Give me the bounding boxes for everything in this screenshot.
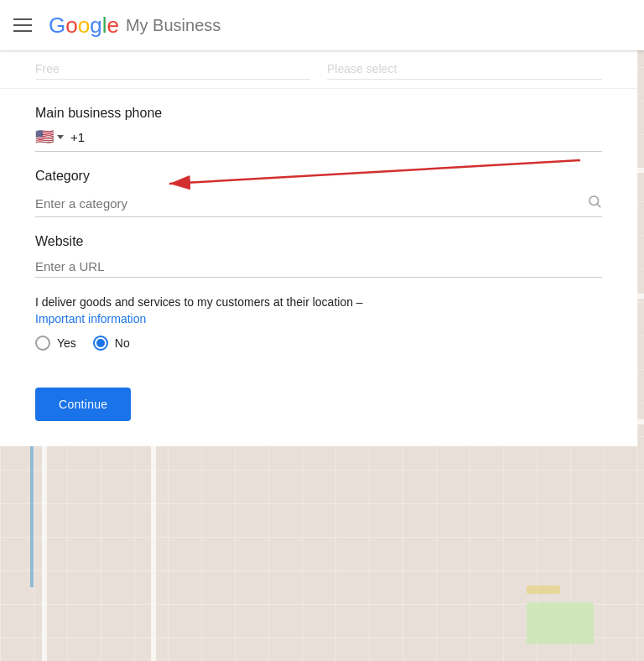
website-label: Website	[35, 234, 602, 249]
radio-yes-option[interactable]: Yes	[35, 336, 76, 351]
delivery-text: I deliver goods and services to my custo…	[35, 294, 602, 327]
category-input-row	[35, 190, 602, 217]
category-section: Category	[35, 169, 602, 217]
radio-no-option[interactable]: No	[93, 336, 130, 351]
main-panel: Free Please select Main business phone 🇺…	[0, 50, 637, 446]
phone-label: Main business phone	[35, 106, 602, 121]
svg-line-3	[597, 204, 600, 206]
category-label: Category	[35, 169, 602, 184]
important-info-link[interactable]: Important information	[35, 312, 146, 325]
category-input[interactable]	[35, 196, 587, 211]
phone-section: Main business phone 🇺🇸 +1	[35, 106, 602, 152]
menu-button[interactable]	[13, 18, 32, 32]
delivery-section: I deliver goods and services to my custo…	[35, 294, 602, 351]
top-field-2: Please select	[327, 59, 602, 80]
radio-no-label: No	[115, 336, 130, 350]
radio-yes-circle	[35, 336, 50, 351]
google-logo: Google	[49, 13, 119, 39]
website-input[interactable]	[35, 256, 602, 278]
radio-no-circle	[93, 336, 108, 351]
website-section: Website	[35, 234, 602, 278]
svg-point-2	[589, 196, 599, 206]
header: Google My Business	[0, 0, 644, 50]
radio-group: Yes No	[35, 336, 602, 351]
dropdown-arrow-icon	[57, 135, 64, 139]
app-title: My Business	[126, 16, 221, 35]
phone-country-code: +1	[70, 130, 85, 144]
country-selector[interactable]: 🇺🇸	[35, 128, 64, 146]
flag-icon: 🇺🇸	[35, 128, 54, 146]
continue-button[interactable]: Continue	[35, 388, 131, 421]
category-search-button[interactable]	[587, 194, 602, 213]
phone-row: 🇺🇸 +1	[35, 128, 602, 152]
top-fields-row: Free Please select	[0, 50, 637, 89]
top-field-1: Free	[35, 59, 310, 80]
radio-yes-label: Yes	[57, 336, 76, 350]
